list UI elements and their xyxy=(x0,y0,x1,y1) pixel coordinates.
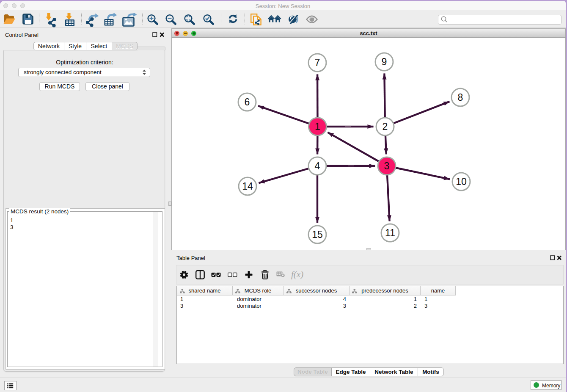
svg-text:11: 11 xyxy=(385,227,395,238)
svg-text:10: 10 xyxy=(456,176,467,187)
svg-text:9: 9 xyxy=(382,56,387,67)
svg-text:1: 1 xyxy=(315,121,320,132)
svg-text:6: 6 xyxy=(245,97,250,108)
svg-text:2: 2 xyxy=(383,121,388,132)
svg-text:15: 15 xyxy=(312,229,323,240)
svg-text:8: 8 xyxy=(458,92,463,103)
svg-text:4: 4 xyxy=(315,160,320,171)
svg-text:14: 14 xyxy=(242,181,253,192)
svg-text:7: 7 xyxy=(315,57,320,68)
svg-text:3: 3 xyxy=(384,160,390,171)
